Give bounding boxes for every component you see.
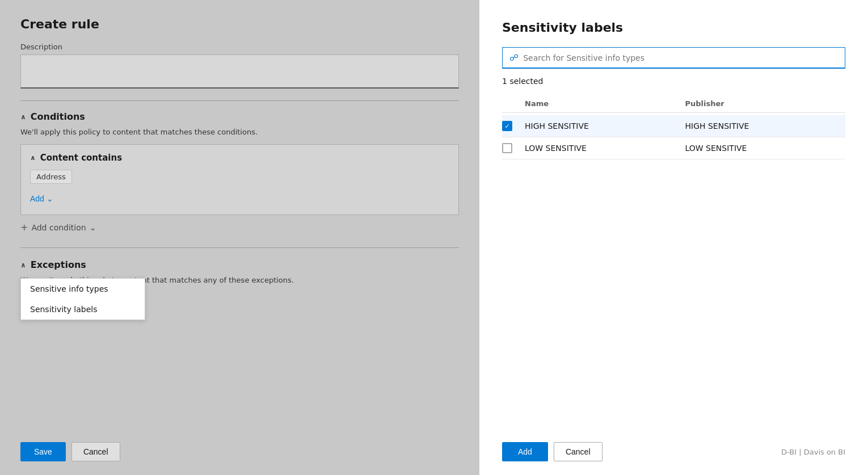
search-input[interactable] xyxy=(523,53,838,62)
dropdown-item-sensitivity-labels[interactable]: Sensitivity labels xyxy=(21,299,145,320)
selected-label: selected xyxy=(509,77,543,86)
add-label: Add xyxy=(30,194,44,203)
conditions-chevron-icon: ∧ xyxy=(20,113,26,121)
cancel-button-right[interactable]: Cancel xyxy=(554,442,602,461)
add-condition-row[interactable]: + Add condition ⌄ xyxy=(20,217,459,237)
content-contains-chevron-icon: ∧ xyxy=(30,154,36,162)
checkbox-low-sensitive[interactable] xyxy=(502,143,525,153)
checkbox-high-sensitive[interactable] xyxy=(502,121,525,131)
page-title: Create rule xyxy=(20,17,459,31)
right-panel: Sensitivity labels ☍ 1 selected Name Pub… xyxy=(479,0,868,475)
cancel-button-left[interactable]: Cancel xyxy=(71,442,120,461)
col-checkbox-header xyxy=(502,99,525,108)
description-label: Description xyxy=(20,43,459,51)
save-button[interactable]: Save xyxy=(20,442,66,461)
table-header: Name Publisher xyxy=(502,95,845,113)
cell-publisher-high: HIGH SENSITIVE xyxy=(685,121,846,131)
plus-icon: + xyxy=(20,222,28,233)
checkbox-checked-icon[interactable] xyxy=(502,121,512,131)
right-panel-title: Sensitivity labels xyxy=(502,20,845,35)
add-dropdown-button[interactable]: Add ⌄ xyxy=(30,191,53,207)
bottom-buttons: Save Cancel xyxy=(20,442,120,461)
content-contains-box: ∧ Content contains Address Add ⌄ xyxy=(20,144,459,215)
cell-name-high: HIGH SENSITIVE xyxy=(525,121,685,131)
content-contains-header: ∧ Content contains xyxy=(30,153,449,163)
dropdown-item-sensitive-info-types[interactable]: Sensitive info types xyxy=(21,279,145,299)
table-row[interactable]: LOW SENSITIVE LOW SENSITIVE xyxy=(502,137,845,159)
add-condition-chevron-icon: ⌄ xyxy=(90,223,96,232)
right-bottom-bar: Add Cancel D-BI | Davis on BI xyxy=(502,442,845,461)
checkbox-unchecked-icon[interactable] xyxy=(502,143,512,153)
selected-count: 1 selected xyxy=(502,77,845,86)
cell-publisher-low: LOW SENSITIVE xyxy=(685,144,846,153)
row-divider-2 xyxy=(502,159,845,159)
cell-name-low: LOW SENSITIVE xyxy=(525,144,685,153)
conditions-desc: We'll apply this policy to content that … xyxy=(20,128,459,136)
footer-info: D-BI | Davis on BI xyxy=(781,448,845,456)
exceptions-header: ∧ Exceptions xyxy=(20,259,459,270)
add-button-right[interactable]: Add xyxy=(502,442,548,461)
right-action-buttons: Add Cancel xyxy=(502,442,602,461)
search-icon: ☍ xyxy=(509,52,519,63)
table-row[interactable]: HIGH SENSITIVE HIGH SENSITIVE xyxy=(502,115,845,137)
add-condition-label: Add condition xyxy=(31,223,86,232)
add-chevron-icon: ⌄ xyxy=(47,194,53,203)
col-name-header: Name xyxy=(525,99,685,108)
left-panel: Create rule Description ∧ Conditions We'… xyxy=(0,0,479,475)
search-box[interactable]: ☍ xyxy=(502,47,845,69)
selected-number: 1 xyxy=(502,77,507,86)
section-divider-2 xyxy=(20,247,459,248)
description-textarea[interactable] xyxy=(20,54,459,89)
exceptions-chevron-icon: ∧ xyxy=(20,261,26,269)
tag-row: Address xyxy=(30,170,449,184)
address-tag[interactable]: Address xyxy=(30,170,72,184)
section-divider-1 xyxy=(20,100,459,101)
col-publisher-header: Publisher xyxy=(685,99,846,108)
add-dropdown-menu: Sensitive info types Sensitivity labels xyxy=(20,278,145,320)
conditions-header: ∧ Conditions xyxy=(20,111,459,122)
